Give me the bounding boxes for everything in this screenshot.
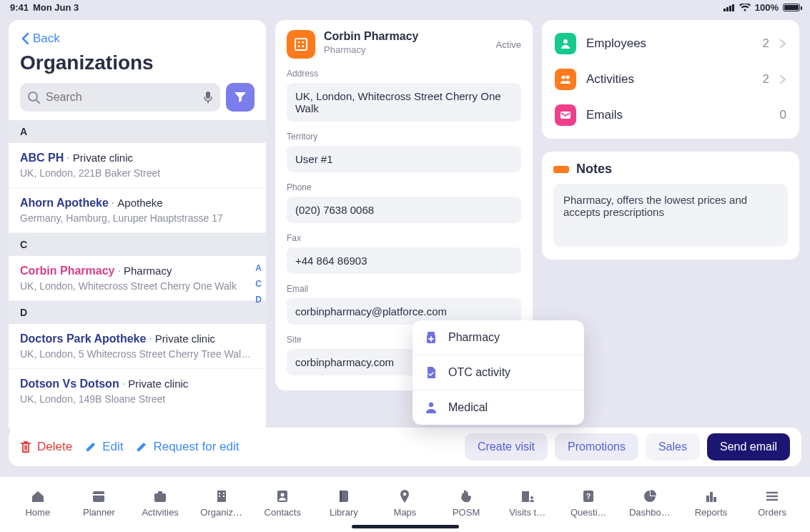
chevron-right-icon — [779, 74, 786, 84]
org-name: Dotson Vs Dotson — [20, 378, 119, 390]
org-address: Germany, Hamburg, Luruper Hauptstrasse 1… — [20, 210, 255, 224]
doctor-icon — [424, 400, 438, 415]
tab-reports[interactable]: Reports — [681, 488, 742, 518]
tab-label: Activities — [142, 507, 178, 518]
search-input-container — [20, 83, 220, 112]
tab-label: POSM — [453, 507, 480, 518]
promotions-button[interactable]: Promotions — [555, 433, 638, 460]
notes-accent-icon — [553, 166, 569, 173]
svg-point-31 — [403, 493, 407, 496]
svg-rect-0 — [723, 9, 726, 11]
tab-questionnaires[interactable]: ? Questi… — [558, 488, 619, 518]
field-label: Address — [287, 69, 521, 79]
org-type: Private clinic — [155, 332, 215, 345]
activities-row[interactable]: Activities 2 — [542, 61, 799, 97]
tab-orders[interactable]: Orders — [741, 488, 803, 518]
alpha-index-c[interactable]: C — [255, 279, 262, 289]
wifi-icon — [739, 4, 751, 11]
building-icon — [214, 488, 229, 504]
search-input[interactable] — [46, 91, 197, 104]
emails-label: Emails — [586, 108, 623, 122]
calendar-icon — [91, 488, 107, 504]
list-item[interactable]: Dotson Vs Dotson·Private clinic UK, Lond… — [9, 369, 266, 413]
pencil-icon — [136, 441, 147, 453]
microphone-icon[interactable] — [203, 91, 213, 104]
employees-row[interactable]: Employees 2 — [542, 26, 799, 61]
popover-item-medical[interactable]: Medical — [413, 390, 584, 425]
pencil-icon — [85, 441, 97, 453]
notes-text[interactable]: Pharmacy, offers the lowest prices and a… — [553, 184, 788, 247]
svg-point-15 — [561, 75, 565, 79]
svg-rect-19 — [93, 494, 104, 496]
tab-label: Reports — [695, 507, 728, 518]
status-date: Mon Jun 3 — [33, 2, 79, 13]
tab-label: Questi… — [571, 507, 607, 518]
field-label: Fax — [287, 233, 521, 243]
popover-item-otc[interactable]: OTC activity — [413, 355, 584, 390]
svg-rect-22 — [217, 491, 226, 502]
svg-rect-3 — [732, 4, 734, 11]
list-item[interactable]: Ahorn Apotheke·Apotheke Germany, Hamburg… — [9, 188, 266, 233]
svg-rect-25 — [219, 496, 220, 497]
trash-icon — [20, 440, 31, 453]
tab-label: Maps — [394, 507, 417, 518]
tab-library[interactable]: Library — [313, 488, 375, 518]
battery-icon — [783, 4, 800, 11]
svg-rect-10 — [302, 46, 305, 48]
tab-bar: Home Planner Activities Organiz… Contact… — [0, 476, 810, 532]
svg-rect-5 — [206, 92, 210, 99]
section-header: D — [9, 301, 266, 324]
tab-activities[interactable]: Activities — [129, 488, 191, 518]
filter-button[interactable] — [226, 83, 255, 112]
alpha-index-d[interactable]: D — [255, 295, 262, 305]
detail-subtitle: Pharmacy — [324, 43, 418, 55]
alpha-index-a[interactable]: A — [255, 263, 262, 273]
tab-visits[interactable]: Visits t… — [497, 488, 558, 518]
edit-button[interactable]: Edit — [85, 440, 123, 454]
list-item[interactable]: Doctors Park Apotheke·Private clinic UK,… — [9, 324, 266, 369]
list-item[interactable]: Corbin Pharmacy·Pharmacy UK, London, Whi… — [9, 256, 266, 301]
svg-rect-7 — [298, 41, 300, 44]
svg-rect-1 — [726, 7, 728, 11]
delete-button[interactable]: Delete — [20, 440, 72, 454]
tab-home[interactable]: Home — [7, 488, 69, 518]
alpha-index[interactable]: A C D — [255, 263, 262, 305]
svg-point-14 — [563, 39, 568, 44]
org-address: UK, London, Whitecross Street Cherry One… — [20, 277, 255, 292]
tab-planner[interactable]: Planner — [69, 488, 130, 518]
tab-organizations[interactable]: Organiz… — [191, 488, 252, 518]
report-file-icon — [424, 365, 438, 380]
popover-item-pharmacy[interactable]: Pharmacy — [413, 320, 584, 355]
svg-rect-32 — [522, 491, 529, 502]
emails-count: 0 — [780, 108, 786, 122]
related-lists-card: Employees 2 Activities 2 Emails 0 — [542, 20, 799, 139]
tab-label: Home — [25, 507, 50, 518]
notes-card: Notes Pharmacy, offers the lowest prices… — [542, 152, 799, 260]
org-name: Corbin Pharmacy — [20, 265, 114, 277]
organizations-panel: Back Organizations A C D A ABC PH·Privat… — [9, 20, 266, 435]
org-type: Apotheke — [117, 197, 162, 209]
tab-dashboard[interactable]: Dashbo… — [619, 488, 681, 518]
clipboard-question-icon: ? — [581, 488, 596, 504]
tab-posm[interactable]: POSM — [435, 488, 497, 518]
tab-contacts[interactable]: Contacts — [252, 488, 313, 518]
create-visit-button[interactable]: Create visit — [465, 433, 548, 460]
list-item[interactable]: ABC PH·Private clinic UK, London, 221B B… — [9, 143, 266, 188]
send-email-button[interactable]: Send email — [707, 433, 790, 460]
request-edit-button[interactable]: Request for edit — [136, 440, 239, 454]
svg-rect-8 — [302, 41, 305, 44]
svg-rect-38 — [713, 497, 716, 502]
sales-button[interactable]: Sales — [646, 433, 700, 460]
hand-icon — [458, 488, 474, 504]
emails-row[interactable]: Emails 0 — [542, 97, 799, 133]
map-pin-icon — [397, 488, 413, 504]
svg-rect-24 — [223, 493, 224, 494]
employees-count: 2 — [763, 36, 769, 51]
back-button[interactable]: Back — [9, 31, 266, 46]
section-header: A — [9, 120, 266, 143]
home-icon — [30, 488, 46, 504]
tab-label: Contacts — [265, 507, 301, 518]
svg-rect-2 — [729, 6, 731, 11]
contacts-icon — [275, 488, 290, 504]
tab-maps[interactable]: Maps — [375, 488, 436, 518]
